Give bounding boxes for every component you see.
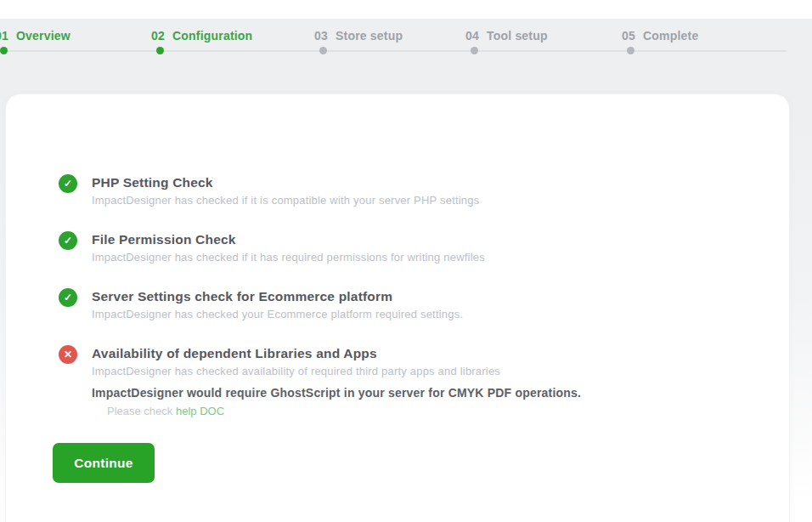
check-description: ImpactDesigner has checked if it has req… <box>92 250 485 265</box>
help-doc-link[interactable]: help DOC <box>176 405 224 417</box>
check-list: ✓ PHP Setting Check ImpactDesigner has c… <box>59 173 721 483</box>
stepper-progress-line <box>0 50 787 52</box>
step-number: 03 <box>314 29 328 43</box>
stepper-step-tool-setup[interactable]: 04Tool setup <box>465 29 548 43</box>
stepper-step-overview[interactable]: 01Overview <box>0 29 70 43</box>
check-glyph: ✓ <box>64 235 72 247</box>
step-number: 01 <box>0 29 8 43</box>
check-description: ImpactDesigner has checked availability … <box>92 364 581 379</box>
check-description: ImpactDesigner has checked your Ecommerc… <box>92 307 463 322</box>
stepper-step-configuration[interactable]: 02Configuration <box>151 29 252 43</box>
success-check-icon: ✓ <box>59 288 77 307</box>
step-number: 05 <box>622 29 635 43</box>
stepper-step-complete[interactable]: 05Complete <box>622 29 698 43</box>
success-check-icon: ✓ <box>59 174 77 193</box>
step-dot-icon <box>319 47 327 54</box>
help-prefix-text: Please check <box>107 405 176 417</box>
check-item-php-settings: ✓ PHP Setting Check ImpactDesigner has c… <box>59 173 721 208</box>
check-description: ImpactDesigner has checked if it is comp… <box>92 193 479 208</box>
step-label: Store setup <box>336 29 403 43</box>
check-text: Server Settings check for Ecommerce plat… <box>92 287 463 322</box>
step-dot-icon <box>627 47 634 54</box>
check-title: Availability of dependent Libraries and … <box>92 344 581 362</box>
step-dot-icon <box>471 47 478 54</box>
check-text: File Permission Check ImpactDesigner has… <box>92 230 485 265</box>
check-title: Server Settings check for Ecommerce plat… <box>92 287 463 305</box>
stepper-step-store-setup[interactable]: 03Store setup <box>314 29 403 43</box>
check-glyph: ✓ <box>64 292 72 304</box>
step-dot-icon <box>156 47 164 54</box>
wizard-stepper: 01Overview 02Configuration 03Store setup… <box>0 19 812 73</box>
check-text: PHP Setting Check ImpactDesigner has che… <box>92 173 479 208</box>
check-glyph: ✓ <box>64 178 72 190</box>
check-item-dependent-libraries: ✕ Availability of dependent Libraries an… <box>59 344 721 417</box>
check-item-file-permission: ✓ File Permission Check ImpactDesigner h… <box>59 230 721 265</box>
check-text: Availability of dependent Libraries and … <box>92 344 581 417</box>
check-title: PHP Setting Check <box>92 173 479 191</box>
step-label: Tool setup <box>487 29 548 43</box>
help-line: Please check help DOC <box>92 405 581 417</box>
step-label: Complete <box>643 29 698 43</box>
success-check-icon: ✓ <box>59 231 77 250</box>
check-item-server-settings: ✓ Server Settings check for Ecommerce pl… <box>59 287 721 322</box>
cross-glyph: ✕ <box>64 349 72 360</box>
configuration-card: ✓ PHP Setting Check ImpactDesigner has c… <box>5 94 790 522</box>
error-cross-icon: ✕ <box>59 345 77 364</box>
step-label: Overview <box>16 29 70 43</box>
step-number: 02 <box>151 29 165 43</box>
check-title: File Permission Check <box>92 230 485 248</box>
step-dot-icon <box>0 47 8 54</box>
continue-button[interactable]: Continue <box>53 443 155 483</box>
step-label: Configuration <box>172 29 252 43</box>
ghostscript-requirement-note: ImpactDesigner would require GhostScript… <box>92 385 581 401</box>
step-number: 04 <box>465 29 479 43</box>
